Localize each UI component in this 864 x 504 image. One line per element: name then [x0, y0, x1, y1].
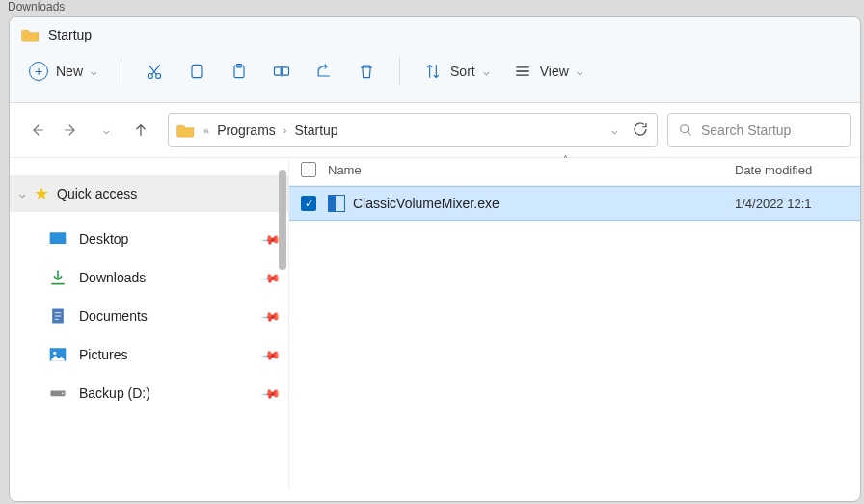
- sidebar: ⌵ ★ Quick access Desktop 📌 Downloads 📌 D: [10, 158, 289, 488]
- view-button[interactable]: View ⌵: [503, 56, 593, 87]
- share-button[interactable]: [305, 56, 343, 87]
- plus-icon: +: [29, 62, 48, 81]
- folder-icon: [176, 120, 196, 140]
- rename-icon: [272, 62, 291, 81]
- address-dropdown[interactable]: ⌵: [611, 124, 618, 137]
- star-icon: ★: [34, 183, 49, 204]
- pin-icon: 📌: [260, 305, 282, 327]
- file-row[interactable]: ✓ ClassicVolumeMixer.exe 1/4/2022 12:1: [289, 186, 860, 221]
- column-name[interactable]: Name: [328, 163, 735, 177]
- sort-label: Sort: [450, 64, 475, 79]
- file-name: ClassicVolumeMixer.exe: [353, 196, 500, 211]
- sort-icon: [423, 62, 443, 81]
- up-button[interactable]: [127, 117, 154, 144]
- svg-rect-5: [275, 67, 282, 75]
- search-icon: [678, 122, 693, 138]
- sort-button[interactable]: Sort ⌵: [414, 56, 500, 87]
- divider: [121, 58, 122, 85]
- titlebar: Startup: [10, 17, 860, 48]
- pin-icon: 📌: [260, 267, 282, 288]
- quick-access-header[interactable]: ⌵ ★ Quick access: [10, 175, 288, 212]
- arrow-up-icon: [132, 121, 149, 139]
- chevron-down-icon: ⌵: [103, 124, 110, 137]
- scrollbar-thumb[interactable]: [279, 170, 286, 270]
- chevron-down-icon: ⌵: [91, 66, 97, 78]
- forward-button[interactable]: [58, 117, 85, 144]
- chevron-right-icon: ›: [284, 124, 287, 136]
- column-date[interactable]: Date modified: [735, 163, 860, 177]
- navigation-row: ⌵ « Programs › Startup ⌵ Search Startup: [10, 103, 860, 158]
- refresh-button[interactable]: [632, 120, 649, 141]
- arrow-right-icon: [63, 121, 80, 139]
- svg-rect-2: [192, 65, 202, 77]
- view-icon: [513, 62, 532, 81]
- paste-button[interactable]: [220, 56, 258, 87]
- search-box[interactable]: Search Startup: [667, 113, 850, 147]
- trash-icon: [357, 62, 376, 81]
- address-bar[interactable]: « Programs › Startup ⌵: [168, 113, 658, 147]
- sidebar-item-backup-d[interactable]: Backup (D:) 📌: [10, 374, 288, 412]
- sidebar-item-pictures[interactable]: Pictures 📌: [10, 335, 288, 374]
- new-button[interactable]: + New ⌵: [19, 56, 107, 87]
- background-tab-label: Downloads: [0, 0, 864, 15]
- share-icon: [314, 62, 334, 81]
- chevron-down-icon: ⌵: [19, 188, 26, 200]
- sidebar-item-downloads[interactable]: Downloads 📌: [10, 258, 288, 297]
- rename-button[interactable]: [262, 56, 301, 87]
- content-area: ⌵ ★ Quick access Desktop 📌 Downloads 📌 D: [10, 158, 860, 488]
- chevron-down-icon: ⌵: [577, 66, 583, 78]
- document-icon: [48, 306, 68, 326]
- scissors-icon: [145, 62, 164, 81]
- refresh-icon: [632, 120, 649, 138]
- breadcrumb-parent[interactable]: Programs: [217, 122, 276, 138]
- view-label: View: [540, 64, 569, 79]
- svg-point-7: [681, 125, 688, 133]
- select-all-checkbox[interactable]: [301, 162, 316, 177]
- sidebar-item-label: Pictures: [79, 347, 128, 362]
- sidebar-item-desktop[interactable]: Desktop 📌: [10, 220, 288, 258]
- svg-rect-8: [50, 232, 67, 244]
- sidebar-item-label: Downloads: [79, 270, 146, 285]
- new-label: New: [56, 64, 83, 79]
- quick-access-label: Quick access: [57, 186, 137, 201]
- clipboard-icon: [230, 62, 249, 81]
- download-icon: [48, 268, 68, 287]
- column-headers: ˄ Name Date modified: [289, 158, 860, 186]
- search-placeholder: Search Startup: [701, 122, 791, 138]
- nav-arrows: ⌵: [19, 117, 158, 144]
- quick-access-list: Desktop 📌 Downloads 📌 Documents 📌 Pictur…: [10, 212, 288, 420]
- svg-rect-6: [283, 67, 289, 75]
- back-button[interactable]: [23, 117, 50, 144]
- window-title: Startup: [48, 27, 92, 42]
- copy-button[interactable]: [177, 56, 216, 87]
- arrow-left-icon: [28, 121, 45, 139]
- explorer-window: Startup + New ⌵ Sort ⌵: [9, 16, 861, 502]
- desktop-icon: [48, 229, 68, 249]
- pictures-icon: [48, 345, 68, 364]
- file-date: 1/4/2022 12:1: [735, 197, 860, 211]
- copy-icon: [187, 62, 206, 81]
- drive-icon: [48, 384, 68, 403]
- checkbox-checked-icon[interactable]: ✓: [301, 196, 316, 211]
- breadcrumb-current[interactable]: Startup: [294, 122, 338, 138]
- sidebar-item-label: Desktop: [79, 231, 128, 247]
- toolbar: + New ⌵ Sort ⌵ View: [10, 48, 860, 103]
- breadcrumb-ellipsis[interactable]: «: [203, 124, 209, 136]
- file-pane: ˄ Name Date modified ✓ ClassicVolumeMixe…: [289, 158, 860, 488]
- svg-point-13: [62, 393, 64, 395]
- cut-button[interactable]: [135, 56, 174, 87]
- divider: [399, 58, 400, 85]
- pin-icon: 📌: [260, 344, 282, 365]
- delete-button[interactable]: [347, 56, 386, 87]
- pin-icon: 📌: [260, 383, 282, 404]
- sidebar-item-label: Backup (D:): [79, 385, 150, 401]
- folder-icon: [21, 25, 40, 44]
- chevron-down-icon: ⌵: [483, 66, 490, 78]
- sidebar-item-label: Documents: [79, 308, 148, 324]
- exe-icon: [328, 195, 345, 212]
- recent-dropdown[interactable]: ⌵: [93, 117, 120, 144]
- sidebar-item-documents[interactable]: Documents 📌: [10, 297, 288, 335]
- sort-indicator-icon: ˄: [563, 154, 568, 165]
- svg-point-11: [53, 352, 56, 355]
